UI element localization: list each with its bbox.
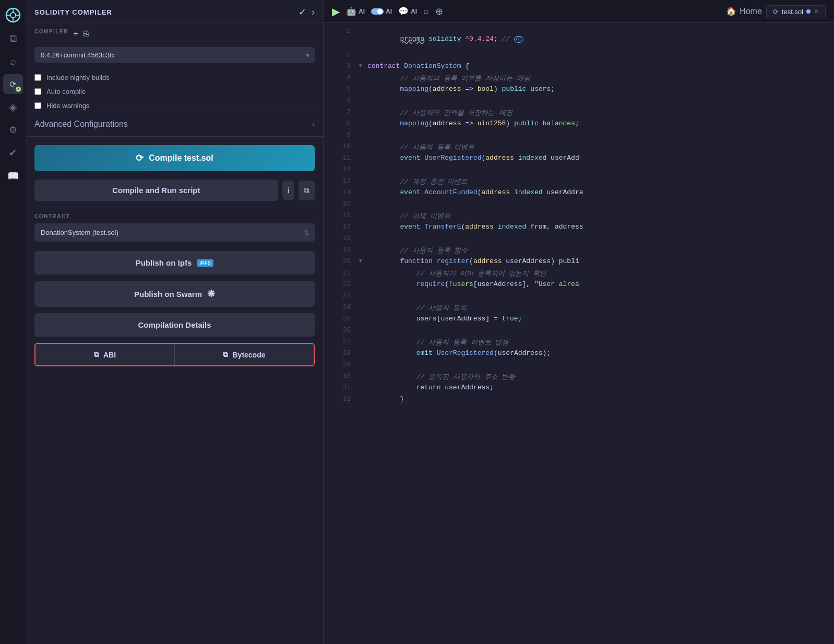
add-compiler-btn[interactable]: + [74,29,78,39]
auto-compile-row: Auto compile [26,84,323,98]
chat-icon: 💬 [398,6,409,16]
compile-btn-icon: ⟳ [136,152,144,164]
icon-rail: ⧉ ⌕ ⟳ ✓ ◈ ⚙ ✔ 📖 [0,0,26,644]
contract-section: CONTRACT DonationSystem (test.sol) ⇅ [26,209,323,248]
code-line-16: 16 // 이체 이벤트 [324,211,834,223]
code-line-29: 29 [324,361,834,372]
code-line-28: 28 emit UserRegistered(userAddress); [324,349,834,361]
deploy-icon[interactable]: ◈ [3,97,23,117]
header-icons: ✓ › [299,6,315,18]
compile-run-row: Compile and Run script i ⧉ [34,180,315,201]
home-label: Home [740,7,762,16]
logo-icon [3,5,23,25]
compiler-title: SOLIDITY COMPILER [34,8,112,16]
search-code-icon[interactable]: ⌕ [423,6,429,17]
auto-compile-checkbox[interactable] [34,88,41,95]
home-icon[interactable]: 🏠 Home [726,6,762,16]
publish-swarm-label: Publish on Swarm [134,290,202,299]
code-line-25: 25 users[userAddress] = true; [324,315,834,326]
contract-select[interactable]: DonationSystem (test.sol) [34,223,315,242]
compilation-details-label: Compilation Details [138,320,211,329]
learn-icon[interactable]: 📖 [3,166,23,186]
compiler-header: SOLIDITY COMPILER ✓ › [26,0,323,22]
nightly-builds-row: Include nightly builds [26,69,323,84]
play-icon[interactable]: ▶ [332,5,340,18]
svg-point-7 [377,9,383,14]
hide-warnings-row: Hide warnings [26,98,323,112]
code-line-26: 26 [324,326,834,338]
code-line-12: 12 [324,165,834,177]
code-line-24: 24 // 사용자 등록 [324,303,834,315]
advanced-config-row[interactable]: Advanced Configurations › [26,112,323,137]
files-icon[interactable]: ⧉ [3,28,23,48]
tab-label: test.sol [782,8,803,16]
compiler-version-select[interactable]: 0.4.26+commit.4563c3fc0.8.240.8.23 [34,47,315,63]
code-line-1: 1 pragma solidity ^0.4.24; // ⓘ [324,27,834,51]
chevron-right-icon: › [312,120,315,129]
robot-icon: 🤖 [346,6,356,16]
search-icon[interactable]: ⌕ [3,51,23,71]
code-line-6: 6 [324,97,834,108]
expand-icon[interactable]: › [312,7,315,18]
code-line-23: 23 [324,292,834,303]
compile-btn-label: Compile test.sol [149,153,213,163]
contract-section-label: CONTRACT [34,213,315,219]
tab-close-icon[interactable]: ✕ [814,8,819,15]
tab-sync-icon: ⟳ [773,8,779,16]
auto-compile-label: Auto compile [46,88,86,96]
test-sol-tab[interactable]: ⟳ test.sol ✕ [766,5,826,18]
code-line-3: 3 ▾ contract DonationSystem { [324,62,834,74]
code-line-18: 18 [324,234,834,246]
code-editor[interactable]: 1 pragma solidity ^0.4.24; // ⓘ 2 3 ▾ co… [324,23,834,644]
code-line-9: 9 [324,131,834,142]
compile-button[interactable]: ⟳ Compile test.sol [34,145,315,171]
check-icon[interactable]: ✓ [299,6,306,18]
swarm-icon: ❋ [207,288,215,300]
code-line-27: 27 // 사용자 등록 이벤트 발생 [324,338,834,349]
compiler-section-label: COMPILER [34,29,68,34]
nightly-builds-checkbox[interactable] [34,74,41,81]
code-line-19: 19 // 사용자 등록 함수 [324,246,834,257]
hide-warnings-checkbox[interactable] [34,102,41,109]
compiler-icon[interactable]: ⟳ ✓ [3,74,23,94]
abi-button[interactable]: ⧉ ABI [35,344,175,365]
code-line-20: 20 ▾ function register(address userAddre… [324,257,834,269]
code-line-22: 22 require(!users[userAddress], "User al… [324,280,834,292]
publish-swarm-button[interactable]: Publish on Swarm ❋ [34,281,315,307]
tests-icon[interactable]: ✔ [3,143,23,163]
tab-dot [806,9,811,14]
copy-bytecode-icon: ⧉ [223,350,228,359]
code-line-7: 7 // 사용자의 잔액을 저장하는 매핑 [324,108,834,120]
code-line-17: 17 event TransferE(address indexed from,… [324,223,834,234]
compilation-details-button[interactable]: Compilation Details [34,313,315,337]
code-line-11: 11 event UserRegistered(address indexed … [324,154,834,165]
zoom-icon[interactable]: ⊕ [435,6,443,17]
svg-point-1 [10,13,16,18]
bytecode-button[interactable]: ⧉ Bytecode [175,344,314,365]
robot-ai-toolbar[interactable]: 🤖 AI [346,6,365,16]
abi-bytecode-row: ⧉ ABI ⧉ Bytecode [34,343,315,366]
code-line-4: 4 // 사용자의 등록 여부를 저장하는 매핑 [324,74,834,85]
toggle-ai-toolbar[interactable]: AI [371,7,392,16]
compile-run-button[interactable]: Compile and Run script [34,180,278,201]
home-glyph: 🏠 [726,6,736,16]
config-icon-btn[interactable]: ⎘ [84,29,89,39]
code-line-5: 5 mapping(address => bool) public users; [324,85,834,97]
debug-icon[interactable]: ⚙ [3,120,23,140]
code-line-8: 8 mapping(address => uint256) public bal… [324,120,834,131]
code-panel: ▶ 🤖 AI AI 💬 AI ⌕ ⊕ 🏠 Home ⟳ test.sol [324,0,834,644]
hide-warnings-label: Hide warnings [46,102,89,110]
code-line-21: 21 // 사용자가 이미 등록되어 있는지 확인 [324,269,834,280]
compile-run-label: Compile and Run script [112,186,200,195]
copy-button[interactable]: ⧉ [299,181,315,200]
version-select-wrapper: 0.4.26+commit.4563c3fc0.8.240.8.23 ▾ [34,47,315,63]
code-line-32: 32 } [324,395,834,407]
abi-label: ABI [103,351,116,359]
publish-ipfs-button[interactable]: Publish on Ipfs IPFS [34,251,315,275]
compiler-version-section: 0.4.26+commit.4563c3fc0.8.240.8.23 ▾ [26,41,323,69]
compiler-panel: SOLIDITY COMPILER ✓ › COMPILER + ⎘ 0.4.2… [26,0,324,644]
code-line-14: 14 event AccountFunded(address indexed u… [324,188,834,200]
info-button[interactable]: i [282,181,294,200]
advanced-config-label: Advanced Configurations [34,120,128,129]
chat-ai-toolbar[interactable]: 💬 AI [398,6,417,16]
